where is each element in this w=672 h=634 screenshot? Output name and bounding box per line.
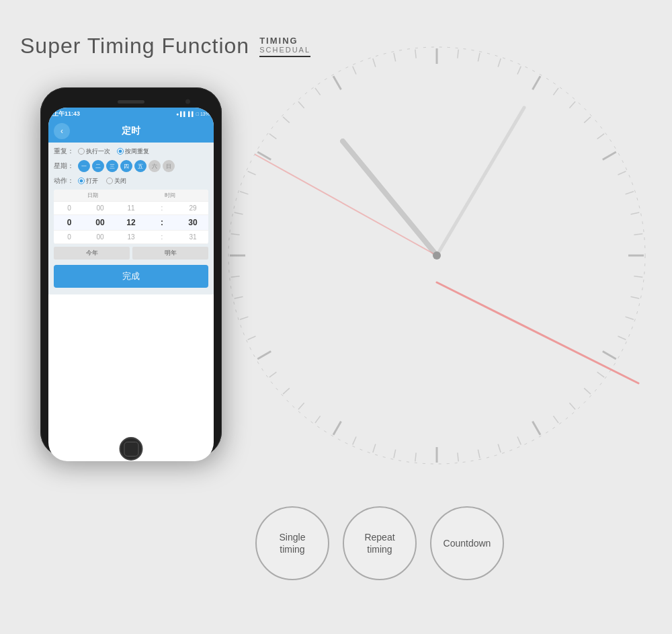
- svg-line-11: [257, 152, 271, 160]
- hour-row3: 13: [116, 231, 146, 243]
- svg-line-22: [626, 192, 634, 194]
- svg-line-20: [597, 134, 605, 139]
- svg-line-45: [248, 336, 256, 340]
- time-picker-header: 日期 时间: [54, 190, 208, 202]
- day-sat[interactable]: 六: [149, 160, 161, 172]
- svg-line-36: [458, 452, 458, 461]
- action-off-option[interactable]: 关闭: [106, 177, 126, 186]
- confirm-btn[interactable]: 明年: [132, 247, 208, 260]
- feature-circles: Single timing Repeat timing Countdown: [255, 506, 504, 580]
- repeat-weekly-radio[interactable]: [117, 148, 124, 155]
- svg-line-41: [315, 416, 321, 424]
- clock-background: [168, 0, 672, 538]
- svg-point-65: [433, 251, 441, 260]
- svg-line-47: [235, 296, 243, 299]
- phone-camera: [185, 100, 190, 104]
- svg-line-30: [584, 388, 591, 394]
- svg-line-14: [478, 53, 480, 62]
- date2-row2: 00: [85, 215, 116, 230]
- day-pills: 一 二 三 四 五 六 日: [78, 160, 175, 172]
- col-date: 日期: [54, 190, 131, 201]
- svg-line-9: [257, 352, 271, 360]
- repeat-weekly-option[interactable]: 按周重复: [117, 147, 149, 156]
- svg-line-58: [373, 58, 376, 67]
- svg-line-62: [437, 108, 524, 255]
- time-row-2[interactable]: 0 00 12 : 30: [54, 215, 208, 231]
- feature-single-line1: Single: [280, 531, 306, 543]
- feature-single-line2: timing: [280, 543, 304, 555]
- colon-row2: :: [146, 215, 177, 230]
- cancel-btn[interactable]: 今年: [54, 247, 130, 260]
- colon-row1: :: [146, 202, 177, 214]
- svg-line-18: [569, 102, 575, 108]
- svg-line-27: [626, 317, 634, 319]
- svg-line-12: [333, 76, 341, 89]
- svg-line-57: [353, 67, 356, 75]
- svg-line-61: [343, 141, 437, 255]
- nav-title: 定时: [122, 125, 140, 137]
- feature-repeat-line1: Repeat: [364, 531, 394, 543]
- date1-row3: 0: [54, 231, 85, 243]
- status-time: 上午11:43: [52, 110, 80, 118]
- day-tue[interactable]: 二: [92, 160, 104, 172]
- svg-line-53: [269, 134, 277, 139]
- day-thu[interactable]: 四: [120, 160, 132, 172]
- action-row: 动作： 打开 关闭: [54, 176, 208, 186]
- date2-row1: 00: [85, 202, 116, 214]
- svg-line-54: [283, 117, 290, 123]
- day-wed[interactable]: 三: [106, 160, 118, 172]
- date1-row1: 0: [54, 202, 85, 214]
- day-mon[interactable]: 一: [78, 160, 90, 172]
- phone-content: 重复： 执行一次 按周重复 星期：: [48, 143, 214, 294]
- back-button[interactable]: ‹: [54, 123, 70, 139]
- feature-repeat-timing: Repeat timing: [343, 506, 417, 580]
- days-row: 星期： 一 二 三 四 五 六 日: [54, 160, 208, 172]
- action-on-radio[interactable]: [78, 177, 85, 184]
- time-row-3[interactable]: 0 00 13 : 31: [54, 231, 208, 244]
- action-off-radio[interactable]: [106, 177, 113, 184]
- minute-row2: 30: [177, 215, 208, 230]
- phone-outer: 上午11:43 ● ▌▌ ▌▌ □ 13% ‹ 定时 重复: [40, 87, 222, 457]
- repeat-once-radio[interactable]: [78, 148, 85, 155]
- complete-button[interactable]: 完成: [54, 265, 208, 288]
- back-icon: ‹: [60, 126, 63, 136]
- home-button[interactable]: [120, 437, 143, 461]
- svg-line-56: [315, 88, 321, 95]
- day-fri[interactable]: 五: [134, 160, 146, 172]
- header: Super Timing Function TIMING SCHEDUAL: [20, 34, 310, 58]
- subtitle-schedual: SCHEDUAL: [259, 46, 310, 54]
- date1-row2: 0: [54, 215, 85, 230]
- repeat-label: 重复：: [54, 147, 74, 156]
- day-sun[interactable]: 日: [163, 160, 175, 172]
- svg-line-40: [353, 436, 356, 444]
- svg-line-63: [437, 282, 638, 383]
- time-picker: 日期 时间 0 00 11 : 29: [54, 190, 208, 244]
- minute-row1: 29: [177, 202, 208, 214]
- svg-line-50: [235, 212, 243, 214]
- svg-line-44: [269, 372, 277, 377]
- main-title: Super Timing Function: [20, 34, 249, 58]
- svg-line-51: [240, 192, 248, 194]
- svg-line-25: [634, 276, 642, 277]
- repeat-once-option[interactable]: 执行一次: [78, 147, 110, 156]
- phone-speaker: [118, 100, 144, 104]
- home-button-inner: [124, 442, 138, 457]
- svg-line-16: [517, 67, 521, 75]
- svg-line-28: [618, 336, 626, 340]
- date2-row3: 00: [85, 231, 116, 243]
- svg-line-26: [631, 296, 640, 299]
- phone-screen-inner: 上午11:43 ● ▌▌ ▌▌ □ 13% ‹ 定时 重复: [48, 108, 214, 461]
- action-off-label: 关闭: [114, 177, 126, 186]
- svg-line-3: [603, 152, 616, 160]
- time-row-1[interactable]: 0 00 11 : 29: [54, 202, 208, 215]
- action-on-option[interactable]: 打开: [78, 177, 98, 186]
- svg-line-6: [533, 422, 541, 435]
- hour-row1: 11: [116, 202, 146, 214]
- feature-countdown-label: Countdown: [444, 537, 491, 549]
- svg-line-64: [255, 155, 437, 255]
- svg-line-2: [533, 76, 541, 89]
- svg-line-17: [553, 88, 558, 95]
- page-wrapper: Super Timing Function TIMING SCHEDUAL 上午…: [0, 0, 672, 634]
- hour-row2: 12: [116, 215, 146, 230]
- svg-line-60: [415, 50, 416, 58]
